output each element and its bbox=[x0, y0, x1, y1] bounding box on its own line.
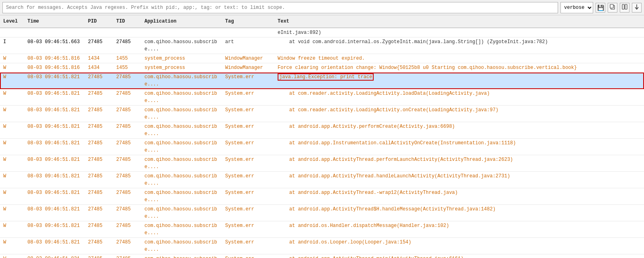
table-row[interactable]: I08-03 09:46:51.6632748527485com.qihoo.h… bbox=[0, 37, 644, 54]
cell-application: com.qihoo.haosou.subscribe.... bbox=[141, 155, 222, 171]
cell-text: at android.app.ActivityThread$H.handleMe… bbox=[274, 205, 644, 214]
cell-level: I bbox=[0, 37, 24, 46]
cell-application: com.qihoo.haosou.subscribe.... bbox=[141, 221, 222, 237]
cell-application: com.qihoo.haosou.subscribe.... bbox=[141, 37, 222, 54]
cell-time: 08-03 09:46:51.816 bbox=[24, 54, 85, 63]
table-row[interactable]: eInit.java:892) bbox=[0, 28, 644, 37]
cell-level: W bbox=[0, 89, 24, 98]
verbose-select[interactable]: verbosedebuginfowarnerrorassert bbox=[560, 2, 593, 13]
cell-pid: 27485 bbox=[85, 221, 113, 230]
cell-tag: WindowManager bbox=[222, 54, 274, 63]
cell-level: W bbox=[0, 221, 24, 230]
cell-tag: art bbox=[222, 37, 274, 46]
cell-text: at android.os.Looper.loop(Looper.java:15… bbox=[274, 238, 644, 247]
table-row[interactable]: W08-03 09:46:51.8212748527485com.qihoo.h… bbox=[0, 73, 644, 89]
col-pid: PID bbox=[85, 19, 113, 24]
cell-pid: 27485 bbox=[85, 139, 113, 148]
cell-tid: 27485 bbox=[113, 188, 141, 197]
cell-time: 08-03 09:46:51.821 bbox=[24, 155, 85, 164]
cell-time: 08-03 09:46:51.821 bbox=[24, 238, 85, 247]
cell-level: W bbox=[0, 254, 24, 258]
cell-level: W bbox=[0, 172, 24, 181]
cell-text: at android.app.ActivityThread.handleLaun… bbox=[274, 172, 644, 181]
cell-level bbox=[0, 28, 24, 30]
svg-rect-2 bbox=[622, 4, 624, 9]
cell-tag: System.err bbox=[222, 205, 274, 214]
search-input[interactable] bbox=[2, 2, 558, 13]
cell-pid: 27485 bbox=[85, 254, 113, 258]
table-body: eInit.java:892)I08-03 09:46:51.663274852… bbox=[0, 28, 644, 258]
cell-pid: 27485 bbox=[85, 172, 113, 181]
table-row[interactable]: W08-03 09:46:51.8212748527485com.qihoo.h… bbox=[0, 122, 644, 139]
table-row[interactable]: W08-03 09:46:51.8212748527485com.qihoo.h… bbox=[0, 254, 644, 258]
cell-application: com.qihoo.haosou.subscribe.... bbox=[141, 188, 222, 204]
cell-pid: 27485 bbox=[85, 205, 113, 214]
cell-application: system_process bbox=[141, 54, 222, 63]
copy-button[interactable] bbox=[608, 3, 617, 12]
cell-pid: 27485 bbox=[85, 155, 113, 164]
cell-time: 08-03 09:46:51.821 bbox=[24, 254, 85, 258]
scroll-button[interactable] bbox=[632, 3, 642, 12]
cell-time: 08-03 09:46:51.816 bbox=[24, 63, 85, 72]
cell-tag: System.err bbox=[222, 89, 274, 98]
cell-tid: 1455 bbox=[113, 54, 141, 63]
cell-tag: System.err bbox=[222, 106, 274, 114]
cell-text: Window freeze timeout expired. bbox=[274, 54, 644, 63]
save-icon: 💾 bbox=[597, 4, 604, 11]
table-row[interactable]: W08-03 09:46:51.81614341455system_proces… bbox=[0, 63, 644, 73]
cell-tag: System.err bbox=[222, 155, 274, 164]
cell-text: at android.app.Activity.performCreate(Ac… bbox=[274, 122, 644, 131]
cell-time: 08-03 09:46:51.821 bbox=[24, 139, 85, 148]
cell-application: com.qihoo.haosou.subscribe.... bbox=[141, 73, 222, 89]
cell-time: 08-03 09:46:51.821 bbox=[24, 172, 85, 181]
cell-text: at android.os.Handler.dispatchMessage(Ha… bbox=[274, 221, 644, 230]
cell-text: at android.app.ActivityThread.performLau… bbox=[274, 155, 644, 164]
layout-button[interactable] bbox=[620, 3, 629, 12]
cell-level: W bbox=[0, 54, 24, 63]
cell-pid: 27485 bbox=[85, 106, 113, 114]
table-row[interactable]: W08-03 09:46:51.8212748527485com.qihoo.h… bbox=[0, 205, 644, 221]
cell-tag: System.err bbox=[222, 188, 274, 197]
cell-time: 08-03 09:46:51.821 bbox=[24, 221, 85, 230]
cell-pid: 27485 bbox=[85, 122, 113, 131]
cell-text: at com.reader.activity.LoadingActivity.l… bbox=[274, 89, 644, 98]
cell-time: 08-03 09:46:51.821 bbox=[24, 188, 85, 197]
cell-pid: 27485 bbox=[85, 37, 113, 46]
scroll-icon bbox=[634, 4, 640, 11]
cell-tag bbox=[222, 28, 274, 30]
cell-tid: 27485 bbox=[113, 122, 141, 131]
table-row[interactable]: W08-03 09:46:51.8212748527485com.qihoo.h… bbox=[0, 188, 644, 205]
cell-text: at com.reader.activity.LoadingActivity.o… bbox=[274, 106, 644, 114]
cell-tid: 27485 bbox=[113, 221, 141, 230]
cell-tag: System.err bbox=[222, 139, 274, 148]
highlighted-exception: java.lang.Exception: print trace bbox=[278, 73, 374, 81]
col-tag: Tag bbox=[222, 19, 274, 24]
cell-tag: System.err bbox=[222, 73, 274, 81]
cell-pid: 27485 bbox=[85, 238, 113, 247]
cell-tag: System.err bbox=[222, 122, 274, 131]
table-row[interactable]: W08-03 09:46:51.8212748527485com.qihoo.h… bbox=[0, 172, 644, 188]
cell-tid: 27485 bbox=[113, 89, 141, 98]
table-row[interactable]: W08-03 09:46:51.8212748527485com.qihoo.h… bbox=[0, 155, 644, 172]
cell-tag: System.err bbox=[222, 238, 274, 247]
cell-pid: 27485 bbox=[85, 89, 113, 98]
table-row[interactable]: W08-03 09:46:51.8212748527485com.qihoo.h… bbox=[0, 106, 644, 122]
cell-level: W bbox=[0, 63, 24, 72]
cell-tid: 27485 bbox=[113, 254, 141, 258]
cell-application: com.qihoo.haosou.subscribe.... bbox=[141, 254, 222, 258]
copy-icon bbox=[610, 4, 615, 11]
table-row[interactable]: W08-03 09:46:51.8212748527485com.qihoo.h… bbox=[0, 139, 644, 155]
table-row[interactable]: W08-03 09:46:51.8212748527485com.qihoo.h… bbox=[0, 238, 644, 254]
cell-application: com.qihoo.haosou.subscribe.... bbox=[141, 139, 222, 155]
table-row[interactable]: W08-03 09:46:51.81614341455system_proces… bbox=[0, 54, 644, 63]
table-row[interactable]: W08-03 09:46:51.8212748527485com.qihoo.h… bbox=[0, 89, 644, 106]
save-button[interactable]: 💾 bbox=[596, 3, 605, 12]
cell-level: W bbox=[0, 106, 24, 114]
cell-text: java.lang.Exception: print trace bbox=[274, 73, 644, 81]
table-row[interactable]: W08-03 09:46:51.8212748527485com.qihoo.h… bbox=[0, 221, 644, 238]
cell-application: com.qihoo.haosou.subscribe.... bbox=[141, 238, 222, 254]
cell-pid bbox=[85, 28, 113, 30]
col-time: Time bbox=[24, 19, 85, 24]
cell-tid bbox=[113, 28, 141, 30]
cell-time: 08-03 09:46:51.821 bbox=[24, 73, 85, 81]
